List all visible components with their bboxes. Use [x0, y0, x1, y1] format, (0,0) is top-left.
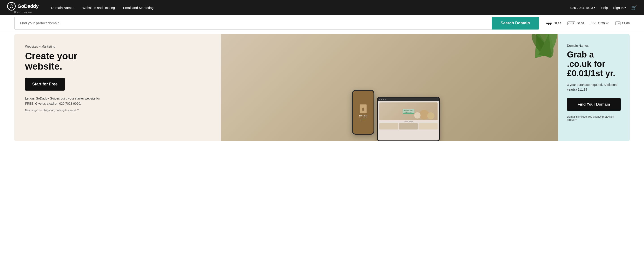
logo[interactable]: GoDaddy United Kingdom [7, 2, 38, 13]
search-input[interactable] [14, 21, 492, 25]
svg-rect-4 [363, 108, 364, 110]
logo-country: United Kingdom [14, 11, 32, 13]
hero-left-panel: SHOP LOCAL SAVE LOCAL [14, 34, 558, 141]
nav-email-marketing[interactable]: Email and Marketing [119, 4, 157, 11]
hero-description: Let our GoDaddy Guides build your starte… [25, 96, 106, 106]
start-for-free-button[interactable]: Start for Free [25, 78, 65, 91]
cart-icon[interactable]: 🛒 [631, 5, 637, 10]
domain-price-couk[interactable]: co.uk £0.01 [568, 21, 584, 25]
main-content: SHOP LOCAL SAVE LOCAL [0, 34, 644, 141]
find-your-domain-button[interactable]: Find Your Domain [567, 98, 621, 111]
domain-prices: .app £8.14 co.uk £0.01 .inc £820.96 .co … [545, 21, 630, 25]
nav-websites-hosting[interactable]: Websites and Hosting [79, 4, 119, 11]
promo-category: Domain Names [567, 44, 621, 47]
tablet-cta-text: Signature items for your home. [402, 109, 414, 114]
hero-disclaimer: No charge, no obligation, nothing to can… [25, 109, 115, 112]
search-domain-button[interactable]: Search Domain [492, 17, 539, 29]
search-bar-section: Search Domain .app £8.14 co.uk £0.01 .in… [0, 15, 644, 31]
nav-right: 020 7084 1810 ▾ Help Sign In ▾ 🛒 [570, 5, 637, 10]
domain-price-app-value: £8.14 [553, 21, 561, 25]
domain-co-icon: .co [615, 21, 620, 25]
phone-screen-text: SHOP LOCAL SAVE LOCAL [359, 115, 368, 118]
promo-title: Grab a .co.uk for £0.01/1st yr. [567, 50, 621, 78]
phone-number[interactable]: 020 7084 1810 ▾ [570, 6, 596, 10]
domain-price-inc[interactable]: .inc £820.96 [591, 21, 609, 25]
help-link[interactable]: Help [601, 6, 608, 10]
nav-links: Domain Names Websites and Hosting Email … [48, 4, 570, 11]
navbar: GoDaddy United Kingdom Domain Names Webs… [0, 0, 644, 15]
phone-chevron-icon: ▾ [594, 6, 596, 9]
phone-screen: SHOP LOCAL SAVE LOCAL [353, 91, 374, 134]
domain-price-co[interactable]: .co £1.69 [615, 21, 630, 25]
tablet-products [379, 123, 438, 129]
domain-ext-app: .app [545, 21, 552, 25]
domain-couk-icon: co.uk [568, 21, 575, 25]
phone-text: 020 7084 1810 [570, 6, 593, 10]
signin-chevron-icon: ▾ [624, 6, 626, 9]
hero-text-section: Websites + Marketing Create your website… [25, 45, 115, 112]
hero-title: Create your website. [25, 51, 115, 72]
logo-icon [7, 2, 16, 10]
tablet-nav-bar [378, 97, 439, 101]
hero-category: Websites + Marketing [25, 45, 115, 48]
domain-ext-inc: .inc [591, 21, 596, 25]
hero-right-panel: Domain Names Grab a .co.uk for £0.01/1st… [558, 34, 630, 141]
tablet-screen: Signature items for your home. Featured … [378, 97, 439, 140]
logo-text: GoDaddy [18, 3, 38, 9]
search-input-wrapper [14, 17, 492, 29]
promo-description: 3-year purchase required. Additional yea… [567, 82, 621, 92]
domain-price-app[interactable]: .app £8.14 [545, 21, 561, 25]
domain-price-inc-value: £820.96 [598, 21, 609, 25]
sign-in-button[interactable]: Sign In ▾ [613, 6, 626, 10]
tablet-mockup: Signature items for your home. Featured … [377, 97, 440, 141]
svg-point-7 [414, 112, 420, 119]
sign-in-text: Sign In [613, 6, 624, 10]
phone-mockup: SHOP LOCAL SAVE LOCAL [352, 90, 374, 135]
svg-point-6 [427, 112, 434, 119]
domain-price-co-value: £1.69 [622, 21, 630, 25]
nav-domain-names[interactable]: Domain Names [48, 4, 78, 11]
domain-price-couk-value: £0.01 [576, 21, 584, 25]
devices-container: SHOP LOCAL SAVE LOCAL [238, 43, 554, 141]
promo-footer-text: Domains include free privacy protection … [567, 115, 621, 121]
plant-icon [362, 107, 365, 111]
tablet-hero-image: Signature items for your home. [379, 102, 438, 120]
